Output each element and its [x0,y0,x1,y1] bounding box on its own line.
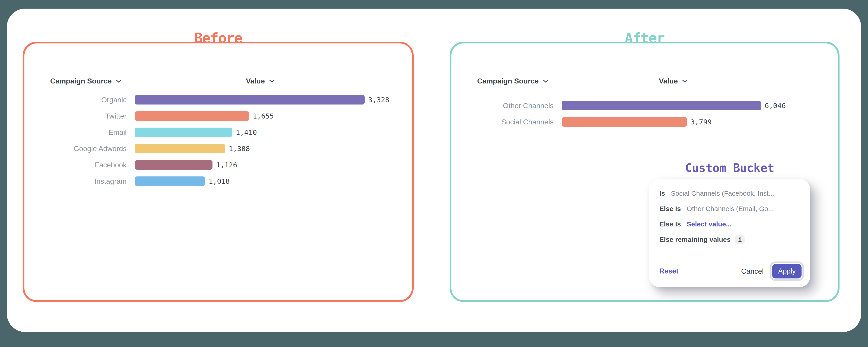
info-icon[interactable]: i [735,235,745,244]
bar[interactable] [562,101,761,110]
row-label: Social Channels [452,118,562,126]
dialog-footer: Reset Cancel Apply [659,255,802,287]
chart-row: Instagram 1,018 [24,176,412,186]
bar-value: 1,655 [253,112,274,120]
bucket-condition-label: Else Is [659,205,681,213]
bucket-condition-label: Is [659,190,665,197]
cancel-button[interactable]: Cancel [741,267,764,276]
row-label: Organic [24,96,135,104]
table-header: Campaign Source Value [452,77,838,87]
chart-row: Email 1,410 [24,127,412,137]
bar[interactable] [562,117,687,127]
table-header: Campaign Source Value [24,77,412,87]
chart-rows: Other Channels 6,046 Social Channels 3,7… [452,101,838,127]
bar-value: 1,410 [236,128,257,136]
content-card: Before After Campaign Source Value [7,8,861,332]
bucket-rule-row: Else Is Select value... [659,220,801,228]
row-label: Twitter [24,112,135,120]
before-panel: Campaign Source Value Organic 3,328 [23,41,414,302]
bar[interactable] [135,127,232,137]
chart-rows: Organic 3,328 Twitter 1,655 Email 1,410 [24,95,412,186]
bar-value: 6,046 [765,102,786,110]
row-label: Email [24,128,135,137]
select-value-link[interactable]: Select value... [687,220,732,228]
bucket-remaining-label: Else remaining values [659,236,731,243]
page: Before After Campaign Source Value [0,0,868,347]
bucket-rules: Is Social Channels (Facebook, Inst... El… [649,179,810,251]
value-header[interactable]: Value [659,77,688,85]
chevron-down-icon [543,79,549,83]
bar-value: 1,308 [229,145,250,153]
chart-row: Facebook 1,126 [24,160,412,170]
chart-row: Organic 3,328 [24,95,412,105]
row-label: Other Channels [452,102,562,110]
chart-row: Google Adwords 1,308 [24,144,412,153]
campaign-source-header-label: Campaign Source [50,77,112,85]
campaign-source-header[interactable]: Campaign Source [477,77,549,85]
bar[interactable] [135,111,249,121]
bucket-condition-label: Else Is [659,220,681,228]
chevron-down-icon [269,79,275,83]
value-header-label: Value [246,77,265,85]
bucket-value-select[interactable]: Other Channels (Email, Go... [687,205,774,213]
row-label: Facebook [24,161,135,169]
campaign-source-header[interactable]: Campaign Source [50,77,122,85]
bar[interactable] [135,95,365,105]
bar-value: 3,328 [368,96,389,104]
value-header-label: Value [659,77,678,85]
bar-value: 1,018 [209,177,230,185]
bucket-rule-row: Is Social Channels (Facebook, Inst... [659,189,801,198]
row-label: Google Adwords [24,145,135,153]
chevron-down-icon [682,79,688,83]
after-panel: Campaign Source Value Other Channels 6, [450,41,839,302]
chart-row: Twitter 1,655 [24,111,412,121]
value-header[interactable]: Value [246,77,275,85]
row-label: Instagram [24,177,135,185]
bucket-rule-row: Else Is Other Channels (Email, Go... [659,205,801,213]
bucket-value-select[interactable]: Social Channels (Facebook, Inst... [671,190,774,197]
bucket-rule-row: Else remaining values i [659,235,801,243]
bar[interactable] [135,176,205,186]
apply-button[interactable]: Apply [772,264,802,279]
chart-row: Other Channels 6,046 [452,101,838,110]
custom-bucket-title: Custom Bucket [649,161,810,175]
bar-value: 3,799 [690,118,712,126]
bar[interactable] [135,144,225,153]
chart-row: Social Channels 3,799 [452,117,838,127]
bar-value: 1,126 [216,161,237,169]
custom-bucket-dialog: Is Social Channels (Facebook, Inst... El… [649,179,810,287]
bar[interactable] [135,160,213,170]
reset-button[interactable]: Reset [659,267,678,275]
campaign-source-header-label: Campaign Source [477,77,539,85]
chevron-down-icon [116,79,122,83]
